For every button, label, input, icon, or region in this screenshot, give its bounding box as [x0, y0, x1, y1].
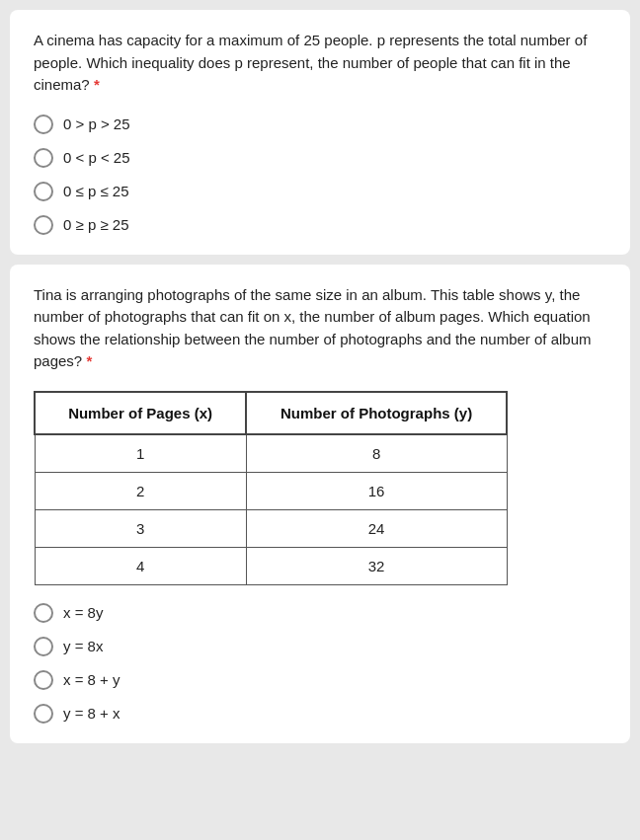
- radio-option-1b[interactable]: 0 < p < 25: [34, 148, 606, 168]
- radio-label-1d: 0 ≥ p ≥ 25: [63, 216, 129, 233]
- radio-circle-1c[interactable]: [34, 182, 53, 201]
- radio-label-2c: x = 8 + y: [63, 671, 120, 688]
- radio-option-1a[interactable]: 0 > p > 25: [34, 115, 606, 134]
- question-2-card: Tina is arranging photographs of the sam…: [10, 265, 630, 743]
- radio-label-2b: y = 8x: [63, 638, 103, 654]
- radio-label-1c: 0 ≤ p ≤ 25: [63, 183, 129, 199]
- table-row: 18: [35, 434, 507, 473]
- table-row: 216: [35, 472, 507, 509]
- radio-option-1c[interactable]: 0 ≤ p ≤ 25: [34, 182, 606, 201]
- radio-label-1b: 0 < p < 25: [63, 149, 130, 166]
- required-star-1: *: [94, 76, 100, 93]
- question-2-text: Tina is arranging photographs of the sam…: [34, 284, 606, 373]
- question-1-text: A cinema has capacity for a maximum of 2…: [34, 30, 606, 97]
- table-cell-pages: 3: [35, 509, 246, 547]
- radio-label-2d: y = 8 + x: [63, 705, 120, 722]
- photo-table: Number of Pages (x) Number of Photograph…: [34, 391, 508, 585]
- table-cell-pages: 1: [35, 434, 246, 473]
- radio-label-2a: x = 8y: [63, 604, 103, 621]
- photo-table-wrapper: Number of Pages (x) Number of Photograph…: [34, 391, 606, 585]
- radio-circle-2a[interactable]: [34, 603, 53, 623]
- table-cell-photos: 8: [246, 434, 507, 473]
- radio-label-1a: 0 > p > 25: [63, 115, 130, 132]
- radio-option-2d[interactable]: y = 8 + x: [34, 704, 606, 724]
- table-row: 432: [35, 547, 507, 584]
- table-cell-pages: 4: [35, 547, 246, 584]
- col-header-pages: Number of Pages (x): [35, 392, 246, 434]
- radio-circle-1b[interactable]: [34, 148, 53, 168]
- table-cell-photos: 32: [246, 547, 507, 584]
- radio-option-2a[interactable]: x = 8y: [34, 603, 606, 623]
- table-cell-photos: 16: [246, 472, 507, 509]
- question-2-options: x = 8y y = 8x x = 8 + y y = 8 + x: [34, 603, 606, 724]
- radio-option-2b[interactable]: y = 8x: [34, 637, 606, 656]
- radio-circle-2c[interactable]: [34, 670, 53, 690]
- radio-option-2c[interactable]: x = 8 + y: [34, 670, 606, 690]
- question-1-options: 0 > p > 25 0 < p < 25 0 ≤ p ≤ 25 0 ≥ p ≥…: [34, 115, 606, 235]
- table-cell-pages: 2: [35, 472, 246, 509]
- required-star-2: *: [86, 352, 92, 369]
- radio-circle-2d[interactable]: [34, 704, 53, 724]
- radio-circle-2b[interactable]: [34, 637, 53, 656]
- question-1-card: A cinema has capacity for a maximum of 2…: [10, 10, 630, 255]
- radio-option-1d[interactable]: 0 ≥ p ≥ 25: [34, 215, 606, 235]
- table-cell-photos: 24: [246, 509, 507, 547]
- radio-circle-1a[interactable]: [34, 115, 53, 134]
- table-row: 324: [35, 509, 507, 547]
- col-header-photos: Number of Photographs (y): [246, 392, 507, 434]
- radio-circle-1d[interactable]: [34, 215, 53, 235]
- table-header-row: Number of Pages (x) Number of Photograph…: [35, 392, 507, 434]
- table-body: 18216324432: [35, 434, 507, 585]
